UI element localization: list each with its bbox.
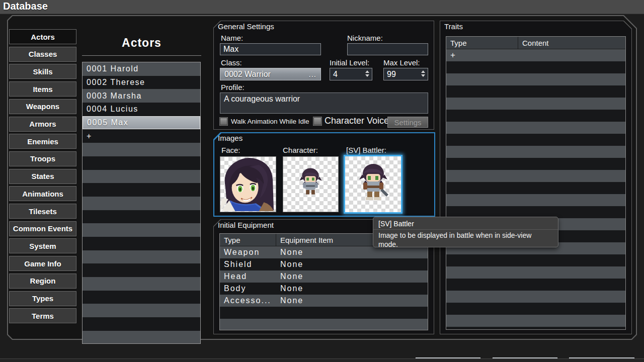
sidebar-tab-system[interactable]: System — [9, 238, 76, 253]
trait-row[interactable] — [446, 73, 625, 85]
trait-row[interactable] — [446, 254, 625, 266]
actor-list-item[interactable] — [83, 263, 200, 277]
trait-row[interactable] — [446, 170, 625, 182]
actor-list-item[interactable] — [83, 237, 200, 250]
sidebar-tab-types[interactable]: Types — [9, 291, 76, 306]
actor-list-item[interactable]: 0005 Max — [83, 116, 200, 130]
face-label: Face: — [221, 146, 240, 154]
sv-battler-image-button[interactable] — [344, 155, 403, 214]
sidebar-tab-weapons[interactable]: Weapons — [9, 99, 76, 114]
sidebar-tab-region[interactable]: Region — [9, 274, 76, 289]
equipment-type: Head — [220, 272, 276, 281]
actor-list-item[interactable] — [83, 317, 200, 331]
sidebar-tab-skills[interactable]: Skills — [9, 64, 76, 79]
name-input[interactable] — [220, 43, 321, 55]
traits-add-row[interactable]: + — [446, 49, 625, 61]
equipment-row[interactable] — [220, 307, 428, 319]
sidebar-tab-armors[interactable]: Armors — [9, 117, 76, 132]
profile-textarea[interactable]: A courageous warrior — [220, 93, 428, 114]
sidebar-tab-classes[interactable]: Classes — [9, 47, 76, 62]
trait-row[interactable] — [446, 182, 625, 194]
actor-list-item[interactable] — [83, 277, 200, 291]
actor-list-item[interactable]: 0004 Lucius — [83, 103, 200, 116]
trait-row[interactable] — [446, 122, 625, 134]
equipment-rows: WeaponNoneShieldNoneHeadNoneBodyNoneAcce… — [220, 246, 428, 330]
actor-list-item[interactable] — [83, 156, 200, 170]
plus-icon: + — [446, 50, 455, 60]
trait-row[interactable] — [446, 158, 625, 170]
actor-list-item[interactable] — [83, 170, 200, 184]
sidebar-tab-actors[interactable]: Actors — [9, 29, 76, 44]
max-level-spinner[interactable]: 99 — [383, 68, 428, 80]
equipment-type: Accesso... — [220, 296, 276, 305]
class-select-button[interactable]: 0002 Warrior ... — [220, 68, 321, 80]
sidebar-tabs: ActorsClassesSkillsItemsWeaponsArmorsEne… — [9, 29, 76, 341]
database-window: Database ActorsClassesSkillsItemsWeapons… — [0, 0, 644, 362]
character-voice-label: Character Voice — [325, 116, 389, 126]
sidebar-tab-animations[interactable]: Animations — [9, 186, 76, 201]
sidebar-tab-game-info[interactable]: Game Info — [9, 256, 76, 271]
max-level-label: Max Level: — [383, 58, 420, 67]
walk-animation-checkbox[interactable] — [220, 118, 227, 125]
actor-list-item[interactable]: 0003 Marsha — [83, 89, 200, 103]
traits-col-type: Type — [446, 39, 518, 47]
equipment-item: None — [276, 272, 303, 281]
actor-list-item[interactable] — [83, 291, 200, 304]
equipment-item: None — [276, 248, 303, 257]
actor-list-item[interactable] — [83, 223, 200, 237]
actor-list-item[interactable] — [83, 210, 200, 224]
sidebar-tab-terms[interactable]: Terms — [9, 308, 76, 323]
voice-settings-button[interactable]: Settings — [387, 117, 428, 128]
equipment-row[interactable]: HeadNone — [220, 270, 428, 283]
trait-row[interactable] — [446, 315, 625, 327]
trait-row[interactable] — [446, 85, 625, 98]
equipment-row[interactable]: Accesso...None — [220, 295, 428, 307]
character-image-button[interactable] — [283, 156, 339, 212]
trait-row[interactable] — [446, 279, 625, 291]
actor-list-item[interactable] — [83, 183, 200, 197]
character-label: Character: — [283, 146, 318, 154]
sidebar-tab-common-events[interactable]: Common Events — [9, 221, 76, 236]
general-settings-title: General Settings — [218, 22, 274, 31]
actor-list-item[interactable]: 0002 Therese — [83, 76, 200, 89]
dialog-bottom-edge — [0, 358, 644, 362]
sidebar-tab-tilesets[interactable]: Tilesets — [9, 204, 76, 219]
sv-battler-label: [SV] Battler: — [346, 146, 386, 154]
sidebar-tab-items[interactable]: Items — [9, 81, 76, 97]
trait-row[interactable] — [446, 110, 625, 122]
face-image-button[interactable] — [220, 156, 276, 212]
trait-row[interactable] — [446, 303, 625, 315]
actor-list-item[interactable] — [83, 143, 200, 156]
actor-list-item[interactable] — [83, 304, 200, 317]
images-title: Images — [218, 134, 243, 142]
trait-row[interactable] — [446, 266, 625, 279]
nickname-input[interactable] — [347, 43, 428, 55]
actor-list-add-row[interactable]: + — [83, 129, 200, 143]
spinner-arrows-icon[interactable] — [365, 70, 369, 77]
sidebar-tab-enemies[interactable]: Enemies — [9, 134, 76, 149]
initial-level-label: Initial Level: — [330, 58, 369, 67]
trait-row[interactable] — [446, 327, 625, 330]
actor-list-item[interactable] — [83, 197, 200, 210]
actor-list-item[interactable] — [83, 250, 200, 264]
sidebar-tab-states[interactable]: States — [9, 169, 76, 184]
images-panel: Images Face: Character: [SV] Battler: — [213, 132, 435, 217]
spinner-arrows-icon[interactable] — [421, 70, 425, 77]
equipment-row[interactable] — [220, 319, 428, 330]
initial-level-spinner[interactable]: 4 — [330, 68, 372, 80]
trait-row[interactable] — [446, 291, 625, 303]
equipment-row[interactable]: ShieldNone — [220, 258, 428, 270]
equipment-row[interactable]: BodyNone — [220, 283, 428, 295]
sidebar-tab-troops[interactable]: Troops — [9, 151, 76, 166]
actor-list-item[interactable]: 0001 Harold — [83, 62, 200, 76]
trait-row[interactable] — [446, 98, 625, 110]
equipment-type: Weapon — [220, 248, 276, 257]
trait-row[interactable] — [446, 134, 625, 146]
character-voice-checkbox[interactable] — [313, 117, 321, 125]
trait-row[interactable] — [446, 146, 625, 158]
initial-equipment-title: Initial Equipment — [218, 221, 274, 229]
trait-row[interactable] — [446, 61, 625, 73]
actor-list-item[interactable] — [83, 331, 200, 344]
trait-row[interactable] — [446, 194, 625, 206]
window-title: Database — [3, 1, 48, 12]
